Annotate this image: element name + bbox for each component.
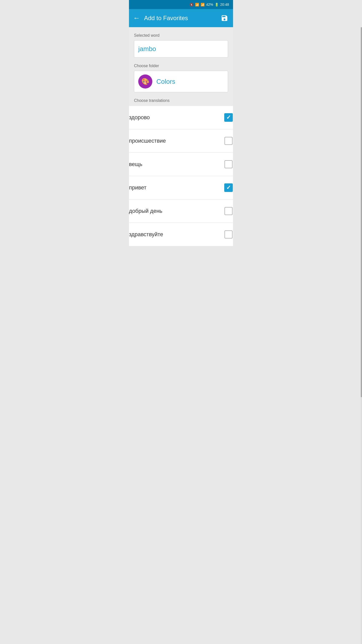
translation-text: добрый день xyxy=(129,208,162,214)
back-button[interactable]: ← xyxy=(133,15,140,22)
battery-icon: 🔋 xyxy=(215,3,219,7)
checkbox-2[interactable] xyxy=(224,136,233,145)
app-bar-left: ← Add to Favorites xyxy=(133,15,188,22)
checkbox-unchecked-icon xyxy=(224,160,233,168)
checkbox-1[interactable] xyxy=(224,113,233,122)
content-area: Selected word jambo Choose folder 🎨 Colo… xyxy=(129,27,233,106)
selected-word-label: Selected word xyxy=(134,33,228,38)
choose-folder-label: Choose folder xyxy=(134,64,228,68)
checkbox-3[interactable] xyxy=(224,160,233,169)
folder-selector[interactable]: 🎨 Colors xyxy=(134,71,228,92)
translation-text: вещь xyxy=(129,161,142,168)
choose-translations-label: Choose translations xyxy=(134,98,228,106)
status-bar: 🔇 📶 📶 42% 🔋 20:48 xyxy=(129,0,233,9)
translation-text: здорово xyxy=(129,114,150,121)
checkbox-unchecked-icon xyxy=(224,137,233,145)
translation-text: здравствуйте xyxy=(129,231,163,238)
list-item[interactable]: происшествие xyxy=(129,129,233,153)
translation-text: происшествие xyxy=(129,138,166,144)
checkbox-unchecked-icon xyxy=(224,230,233,238)
time-text: 20:48 xyxy=(220,3,229,7)
list-item[interactable]: здравствуйте xyxy=(129,223,233,246)
selected-word-input[interactable]: jambo xyxy=(134,40,228,58)
translations-list: здорово происшествие вещь привет добрый … xyxy=(129,106,233,246)
list-item[interactable]: здорово xyxy=(129,106,233,129)
selected-word-value: jambo xyxy=(138,45,156,53)
checkbox-unchecked-icon xyxy=(224,207,233,215)
palette-icon: 🎨 xyxy=(141,78,149,86)
checkbox-checked-icon xyxy=(224,113,233,122)
folder-name: Colors xyxy=(156,78,175,86)
list-item[interactable]: привет xyxy=(129,176,233,199)
checkbox-4[interactable] xyxy=(224,183,233,192)
save-button[interactable] xyxy=(220,14,229,23)
checkbox-checked-icon xyxy=(224,183,233,192)
list-item[interactable]: вещь xyxy=(129,153,233,176)
mute-icon: 🔇 xyxy=(190,3,194,7)
status-icons: 🔇 📶 📶 42% 🔋 20:48 xyxy=(190,3,229,7)
folder-icon-circle: 🎨 xyxy=(138,74,152,89)
translation-text: привет xyxy=(129,184,146,191)
save-icon xyxy=(221,14,228,22)
checkbox-6[interactable] xyxy=(224,230,233,239)
list-item[interactable]: добрый день xyxy=(129,199,233,223)
page-title: Add to Favorites xyxy=(144,15,188,22)
signal-icon: 📶 xyxy=(201,3,205,7)
checkbox-5[interactable] xyxy=(224,207,233,216)
app-bar: ← Add to Favorites xyxy=(129,9,233,27)
wifi-icon: 📶 xyxy=(195,3,199,7)
battery-text: 42% xyxy=(206,3,213,7)
